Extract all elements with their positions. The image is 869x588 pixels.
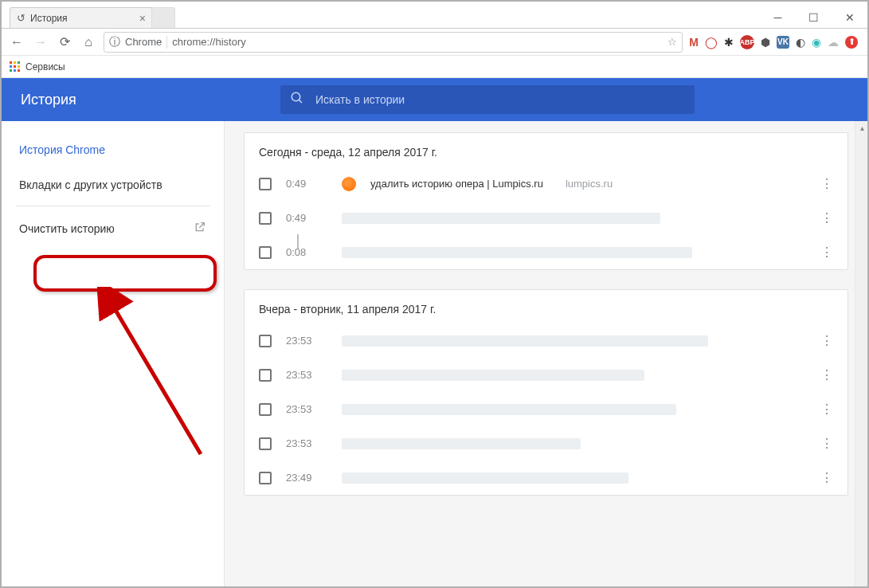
opera-ext-icon[interactable]: ◯ — [705, 36, 718, 49]
row-more-icon[interactable]: ⋮ — [820, 367, 833, 382]
sidebar-item-clear-history[interactable]: Очистить историю — [2, 210, 224, 248]
row-placeholder — [342, 404, 676, 415]
extension-icons: M ◯ ✱ ABP ⬢ VK ◐ ◉ ☁ ⬆ — [689, 35, 861, 49]
minimize-button[interactable]: ─ — [760, 2, 796, 33]
row-more-icon[interactable]: ⋮ — [820, 333, 833, 348]
history-row[interactable]: 0:08 ⋮ — [245, 235, 847, 269]
omnibox[interactable]: ⓘ Chrome chrome://history ☆ — [104, 32, 683, 53]
row-time: 23:49 — [286, 472, 327, 484]
ext-icon-10[interactable]: ⬆ — [845, 36, 858, 49]
row-time: 0:08 — [286, 246, 327, 258]
sidebar-item-label: История Chrome — [19, 143, 105, 156]
close-tab-icon[interactable]: × — [139, 12, 146, 25]
window-controls: ─ ☐ ✕ — [760, 2, 867, 33]
reload-button[interactable]: ⟳ — [56, 34, 73, 49]
bookmarks-services-label[interactable]: Сервисы — [25, 61, 65, 73]
svg-line-1 — [299, 100, 302, 103]
sidebar-item-other-devices[interactable]: Вкладки с других устройств — [2, 167, 224, 202]
sidebar-item-label: Очистить историю — [19, 222, 115, 235]
history-row[interactable]: 0:49 удалить историю опера | Lumpics.ru … — [245, 167, 847, 201]
row-time: 23:53 — [286, 335, 327, 347]
history-section-heading: Вчера - вторник, 11 апреля 2017 г. — [245, 290, 847, 323]
row-checkbox[interactable] — [259, 437, 272, 450]
open-in-new-icon — [194, 221, 206, 237]
history-row[interactable]: 23:49 ⋮ — [245, 461, 847, 495]
row-time: 0:49 — [286, 212, 327, 224]
row-checkbox[interactable] — [259, 335, 272, 347]
history-section: Сегодня - среда, 12 апреля 2017 г. 0:49 … — [244, 132, 848, 270]
scroll-up-icon[interactable]: ▴ — [855, 121, 868, 134]
history-icon: ↺ — [17, 12, 25, 24]
omnibox-scheme-label: Chrome — [125, 36, 162, 48]
row-more-icon[interactable]: ⋮ — [820, 176, 833, 191]
row-more-icon[interactable]: ⋮ — [820, 245, 833, 260]
history-row[interactable]: 23:53 ⋮ — [245, 358, 847, 392]
sidebar-item-chrome-history[interactable]: История Chrome — [2, 132, 224, 167]
vertical-scrollbar[interactable]: ▴ — [855, 121, 867, 586]
history-row[interactable]: 0:49 ⋮ — [245, 201, 847, 235]
ext-icon-8[interactable]: ◉ — [812, 36, 821, 49]
row-placeholder — [342, 335, 708, 347]
row-more-icon[interactable]: ⋮ — [820, 210, 833, 225]
history-main: Сегодня - среда, 12 апреля 2017 г. 0:49 … — [225, 121, 867, 586]
nav-bar: ← → ⟳ ⌂ ⓘ Chrome chrome://history ☆ M ◯ … — [2, 29, 867, 56]
search-placeholder: Искать в истории — [315, 93, 405, 106]
sidebar-separator — [16, 206, 209, 206]
history-search-input[interactable]: Искать в истории — [280, 85, 695, 114]
new-tab-button[interactable] — [151, 7, 175, 28]
row-checkbox[interactable] — [259, 212, 272, 225]
row-placeholder — [342, 438, 581, 449]
close-window-button[interactable]: ✕ — [832, 2, 867, 33]
history-row[interactable]: 23:53 ⋮ — [245, 426, 847, 461]
row-checkbox[interactable] — [259, 369, 272, 382]
adblock-ext-icon[interactable]: ABP — [740, 35, 754, 49]
gmail-ext-icon[interactable]: M — [689, 36, 699, 49]
history-section-heading: Сегодня - среда, 12 апреля 2017 г. — [245, 133, 847, 167]
row-domain: lumpics.ru — [566, 178, 613, 190]
row-placeholder — [342, 370, 644, 381]
row-placeholder — [342, 247, 692, 258]
row-checkbox[interactable] — [259, 178, 272, 190]
row-checkbox[interactable] — [259, 246, 272, 259]
tab-title: История — [30, 13, 68, 24]
paw-ext-icon[interactable]: ✱ — [724, 36, 734, 49]
history-row[interactable]: 23:53 ⋮ — [245, 323, 847, 358]
search-icon — [290, 91, 304, 108]
apps-icon[interactable] — [10, 61, 21, 73]
svg-point-0 — [292, 92, 300, 101]
favicon-lumpics — [342, 177, 356, 191]
row-placeholder — [342, 472, 628, 484]
bookmark-star-icon[interactable]: ☆ — [667, 36, 677, 48]
row-placeholder — [342, 213, 660, 224]
forward-button[interactable]: → — [32, 35, 49, 49]
ext-icon-7[interactable]: ◐ — [796, 36, 805, 49]
home-button[interactable]: ⌂ — [80, 35, 97, 49]
row-time: 23:53 — [286, 437, 327, 449]
page-title: История — [2, 92, 280, 108]
content-area: История Chrome Вкладки с других устройст… — [2, 121, 867, 586]
row-title: удалить историю опера | Lumpics.ru — [370, 178, 543, 190]
ext-icon-5[interactable]: ⬢ — [761, 36, 770, 49]
row-time: 23:53 — [286, 403, 327, 415]
sidebar: История Chrome Вкладки с других устройст… — [2, 121, 225, 586]
omnibox-url: chrome://history — [172, 36, 663, 48]
maximize-button[interactable]: ☐ — [796, 2, 832, 33]
tab-bar: ↺ История × — [2, 2, 867, 29]
row-time: 23:53 — [286, 369, 327, 381]
omnibox-divider — [166, 36, 167, 49]
sidebar-item-label: Вкладки с других устройств — [19, 178, 162, 191]
bookmarks-bar: Сервисы — [2, 56, 867, 78]
row-more-icon[interactable]: ⋮ — [820, 436, 833, 451]
site-info-icon[interactable]: ⓘ — [109, 35, 120, 49]
row-time: 0:49 — [286, 178, 327, 190]
app-header: История Искать в истории — [2, 78, 867, 121]
row-checkbox[interactable] — [259, 403, 272, 416]
row-more-icon[interactable]: ⋮ — [820, 402, 833, 417]
row-more-icon[interactable]: ⋮ — [820, 470, 833, 485]
vk-ext-icon[interactable]: VK — [777, 36, 789, 49]
ext-icon-9[interactable]: ☁ — [828, 36, 839, 49]
row-checkbox[interactable] — [259, 472, 272, 484]
browser-tab[interactable]: ↺ История × — [10, 7, 153, 28]
history-row[interactable]: 23:53 ⋮ — [245, 392, 847, 426]
back-button[interactable]: ← — [8, 35, 25, 49]
